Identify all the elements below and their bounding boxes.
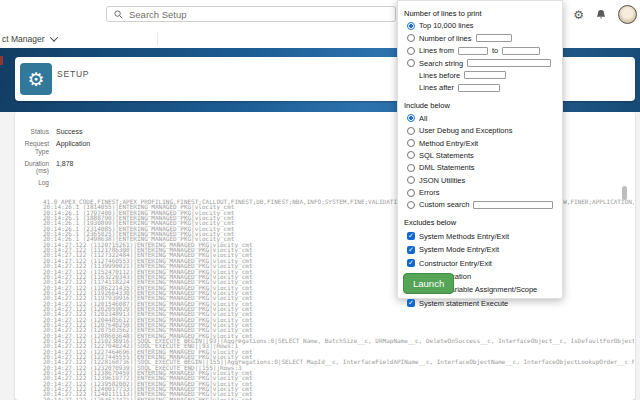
text-input[interactable] [458,84,500,92]
search-input[interactable] [129,9,329,20]
popup-title: Number of lines to print [404,9,562,18]
radio-button[interactable] [407,114,415,122]
option-label[interactable]: Lines from [419,46,454,55]
include-option-row[interactable]: Custom search [407,200,562,209]
line-option-row[interactable]: Lines after [407,83,562,92]
radio-button[interactable] [407,189,415,197]
text-input[interactable] [502,47,540,55]
exclude-option-row[interactable]: ✓ System statement Execute [407,299,562,308]
option-label[interactable]: All [419,114,427,123]
setup-gear-icon: ⚙ [27,70,44,89]
radio-button[interactable] [407,34,415,42]
option-label[interactable]: DML Statements [419,163,475,172]
scrollbar-thumb[interactable] [622,186,627,200]
radio-button[interactable] [407,22,415,30]
avatar[interactable] [618,5,637,24]
field-value: Success [56,128,82,136]
top-bar-icons: ? ⚙ [556,0,637,29]
check-icon: ✓ [408,299,414,307]
banner-red-sliver [0,56,3,65]
exclude-option-row[interactable]: ✓ Constructor Entry/Exit [407,259,562,268]
print-options-popup: Number of lines to print Top 10,000 line… [397,0,563,299]
tab-object-manager[interactable]: ct Manager [2,29,57,48]
text-input[interactable] [473,201,553,209]
check-icon: ✓ [408,259,414,267]
check-icon: ✓ [408,232,414,240]
page-title: SETUP [57,69,89,79]
salesforce-setup-screen: ? ⚙ ct Manager ⚙ SETUP Status [0,0,640,400]
bell-icon[interactable] [595,9,607,21]
field-row: Request Type Application [15,140,315,155]
option-label[interactable]: Top 10,000 lines [419,21,474,30]
search-icon [114,10,123,19]
log-fields: Status Success Request Type Application … [15,128,315,191]
option-label[interactable]: System statement Execute [419,299,508,308]
line-options-group: Top 10,000 lines Number of lines Lines f… [398,21,562,92]
field-row: Duration (ms) 1,878 [15,160,315,175]
field-label: Request Type [15,140,49,155]
field-row: Status Success [15,128,315,136]
check-icon: ✓ [408,246,414,254]
exclude-option-row[interactable]: ✓ System Mode Entry/Exit [407,245,562,254]
option-label[interactable]: Lines after [419,83,454,92]
include-options-group: All User Debug and Exceptions Method Ent… [398,114,562,210]
checkbox-checked[interactable]: ✓ [407,259,415,267]
checkbox-checked[interactable]: ✓ [407,246,415,254]
include-option-row[interactable]: User Debug and Exceptions [407,126,562,135]
exclude-option-row[interactable]: ✓ System Methods Entry/Exit [407,232,562,241]
setup-tile: ⚙ [20,63,52,95]
option-label[interactable]: Custom search [419,200,469,209]
excludes-title: Excludes below [404,218,562,227]
option-label[interactable]: Search string [419,59,463,68]
checkbox-checked[interactable]: ✓ [407,232,415,240]
option-label[interactable]: SQL Statements [419,151,474,160]
text-input[interactable] [467,59,551,67]
radio-button[interactable] [407,139,415,147]
line-option-row[interactable]: Lines from to [407,46,562,55]
radio-button[interactable] [407,201,415,209]
text-input[interactable] [464,71,506,79]
field-value: 1,878 [56,160,74,175]
option-label[interactable]: User Debug and Exceptions [419,126,512,135]
option-label[interactable]: Lines before [419,71,460,80]
include-option-row[interactable]: All [407,114,562,123]
radio-button[interactable] [407,151,415,159]
tab-divider [157,32,158,45]
global-search-box[interactable] [106,6,396,22]
line-option-row[interactable]: Top 10,000 lines [407,21,562,30]
option-label[interactable]: Number of lines [419,34,472,43]
option-label[interactable]: Errors [419,188,439,197]
text-input[interactable] [458,47,488,55]
field-label: Duration (ms) [15,160,49,175]
tab-label: ct Manager [2,34,45,44]
launch-button[interactable]: Launch [403,273,454,294]
include-title: Include below [404,101,562,110]
exclude-options-group: ✓ System Methods Entry/Exit ✓ System Mod… [398,232,562,308]
radio-button[interactable] [407,59,415,67]
option-label[interactable]: JSON Utilities [419,176,465,185]
chevron-down-icon[interactable] [49,33,57,41]
gear-icon[interactable]: ⚙ [573,9,584,21]
include-option-row[interactable]: Errors [407,188,562,197]
radio-button[interactable] [407,47,415,55]
field-label: Status [15,128,49,136]
include-option-row[interactable]: DML Statements [407,163,562,172]
include-option-row[interactable]: SQL Statements [407,151,562,160]
line-option-row[interactable]: Lines before [407,71,562,80]
option-label[interactable]: System Mode Entry/Exit [419,245,499,254]
line-option-row[interactable]: Number of lines [407,34,562,43]
checkbox-checked[interactable]: ✓ [407,299,415,307]
include-option-row[interactable]: JSON Utilities [407,176,562,185]
text-input[interactable] [476,34,512,42]
field-value: Application [56,140,90,155]
radio-button[interactable] [407,164,415,172]
option-mid-label: to [492,46,498,55]
radio-button[interactable] [407,176,415,184]
option-label[interactable]: Method Entry/Exit [419,139,478,148]
include-option-row[interactable]: Method Entry/Exit [407,139,562,148]
option-label[interactable]: Constructor Entry/Exit [419,259,492,268]
option-label[interactable]: System Methods Entry/Exit [419,232,509,241]
radio-button[interactable] [407,127,415,135]
line-option-row[interactable]: Search string [407,59,562,68]
